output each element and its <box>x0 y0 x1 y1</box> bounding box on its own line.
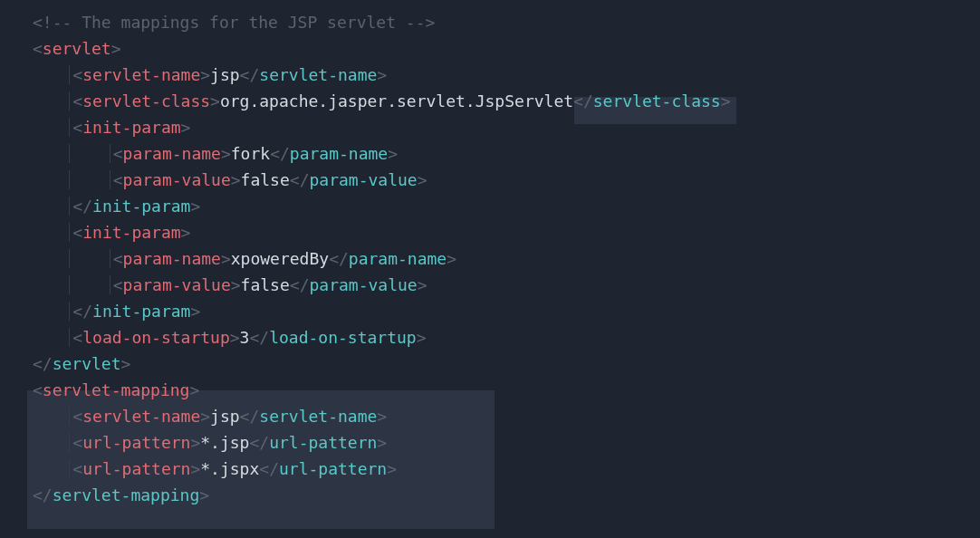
tag-servlet-name: servlet-name <box>82 407 200 426</box>
code-line: <init-param> <box>0 219 980 245</box>
angle-close: > <box>417 328 427 347</box>
text-value: 3 <box>240 328 250 347</box>
angle-open-slash: </ <box>259 459 279 478</box>
angle-open: < <box>72 328 82 347</box>
text-value: jsp <box>210 407 240 426</box>
angle-close: > <box>181 223 191 242</box>
tag-servlet-mapping: servlet-mapping <box>43 380 190 399</box>
angle-close: > <box>190 197 200 216</box>
code-line: <servlet-class>org.apache.jasper.servlet… <box>0 88 980 114</box>
tag-param-name: param-name <box>123 144 221 163</box>
tag-close-param-name: param-name <box>290 144 388 163</box>
angle-close: > <box>447 249 456 268</box>
angle-close: > <box>377 433 387 452</box>
angle-open-slash: </ <box>290 275 310 294</box>
angle-close: > <box>721 91 731 110</box>
angle-close: > <box>231 170 241 189</box>
angle-open: < <box>33 380 43 399</box>
text-value: *.jsp <box>200 433 249 452</box>
angle-close: > <box>418 170 428 189</box>
angle-open-slash: </ <box>249 328 269 347</box>
code-line: <param-value>false</param-value> <box>0 272 980 298</box>
text-value: false <box>241 275 290 294</box>
angle-close: > <box>388 144 398 163</box>
angle-open: < <box>113 170 123 189</box>
tag-param-value: param-value <box>123 275 231 294</box>
tag-servlet-name: servlet-name <box>82 65 200 84</box>
tag-init-param: init-param <box>82 118 180 137</box>
angle-open-slash: </ <box>240 407 260 426</box>
angle-close: > <box>231 275 241 294</box>
code-line: <url-pattern>*.jspx</url-pattern> <box>0 456 980 482</box>
angle-open: < <box>72 407 82 426</box>
code-line: <servlet-mapping> <box>0 377 980 403</box>
code-line: </servlet> <box>0 351 980 377</box>
tag-servlet-class: servlet-class <box>82 91 210 110</box>
tag-param-name: param-name <box>123 249 221 268</box>
angle-open: < <box>72 65 82 84</box>
angle-open-slash: </ <box>290 170 310 189</box>
tag-close-param-value: param-value <box>309 275 417 294</box>
tag-url-pattern: url-pattern <box>82 459 190 478</box>
angle-close: > <box>377 65 387 84</box>
tag-close-servlet-mapping: servlet-mapping <box>53 485 200 504</box>
angle-open-slash: </ <box>270 144 290 163</box>
angle-open-slash: </ <box>33 485 53 504</box>
angle-open: < <box>72 433 82 452</box>
angle-open-slash: </ <box>573 91 593 110</box>
tag-servlet: servlet <box>43 39 111 58</box>
tag-param-value: param-value <box>123 170 231 189</box>
angle-open: < <box>113 144 123 163</box>
tag-load-on-startup: load-on-startup <box>82 328 230 347</box>
code-line: <load-on-startup>3</load-on-startup> <box>0 324 980 351</box>
tag-close-url-pattern: url-pattern <box>279 459 387 478</box>
angle-close: > <box>221 249 231 268</box>
angle-open-slash: </ <box>33 354 53 373</box>
code-line: <param-value>false</param-value> <box>0 167 980 193</box>
angle-open-slash: </ <box>72 197 92 216</box>
text-value: org.apache.jasper.servlet.JspServlet <box>220 91 573 110</box>
angle-close: > <box>121 354 131 373</box>
angle-open: < <box>113 275 123 294</box>
comment-text: The mappings for the JSP servlet <box>72 13 405 32</box>
tag-close-load-on-startup: load-on-startup <box>269 328 417 347</box>
code-line: <url-pattern>*.jsp</url-pattern> <box>0 429 980 456</box>
angle-close: > <box>190 302 200 321</box>
tag-close-servlet-name: servlet-name <box>259 407 377 426</box>
angle-close: > <box>387 459 397 478</box>
tag-close-servlet-name: servlet-name <box>259 65 377 84</box>
tag-init-param: init-param <box>82 223 180 242</box>
code-line: <servlet> <box>0 35 980 62</box>
code-line: <!-- The mappings for the JSP servlet --… <box>0 9 980 35</box>
code-line: <param-name>fork</param-name> <box>0 140 980 167</box>
angle-close: > <box>111 39 121 58</box>
code-line: <param-name>xpoweredBy</param-name> <box>0 245 980 272</box>
tag-close-servlet-class: servlet-class <box>593 91 721 110</box>
tag-close-init-param: init-param <box>92 197 190 216</box>
angle-close: > <box>221 144 231 163</box>
angle-close: > <box>190 459 200 478</box>
text-value: *.jspx <box>200 459 259 478</box>
code-line: </init-param> <box>0 298 980 324</box>
angle-close: > <box>418 275 428 294</box>
code-line: </init-param> <box>0 193 980 219</box>
angle-close: > <box>199 485 209 504</box>
code-line: <init-param> <box>0 114 980 140</box>
angle-open-slash: </ <box>240 65 260 84</box>
comment-close: --> <box>406 13 436 32</box>
angle-open-slash: </ <box>249 433 269 452</box>
text-value: jsp <box>210 65 240 84</box>
angle-close: > <box>181 118 191 137</box>
angle-open-slash: </ <box>72 302 92 321</box>
code-editor[interactable]: <!-- The mappings for the JSP servlet --… <box>0 9 980 508</box>
angle-close: > <box>230 328 240 347</box>
angle-close: > <box>377 407 387 426</box>
angle-close: > <box>200 407 210 426</box>
code-line: <servlet-name>jsp</servlet-name> <box>0 62 980 88</box>
comment-open: <!-- <box>33 13 72 32</box>
code-line: </servlet-mapping> <box>0 482 980 508</box>
angle-open: < <box>113 249 123 268</box>
angle-open: < <box>72 459 82 478</box>
tag-close-init-param: init-param <box>92 302 190 321</box>
angle-open: < <box>72 118 82 137</box>
